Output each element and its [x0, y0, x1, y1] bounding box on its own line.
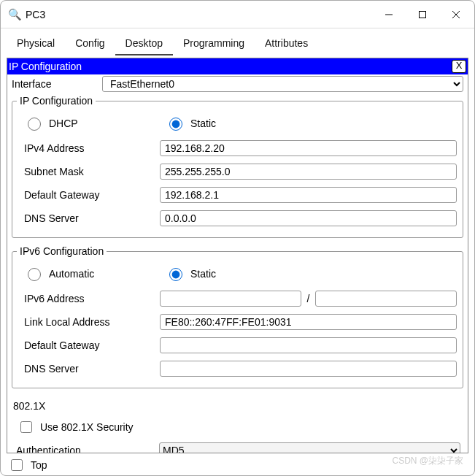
dns-server-label: DNS Server	[18, 212, 160, 224]
content-panel: IP Configuration X Interface FastEtherne…	[7, 58, 468, 453]
radio-automatic-input[interactable]	[28, 268, 41, 281]
ipv6-address-label: IPv6 Address	[18, 293, 160, 304]
tab-config[interactable]: Config	[65, 33, 115, 55]
ipv6-prefix-separator: /	[301, 293, 316, 304]
ipv6-gateway-label: Default Gateway	[18, 339, 160, 351]
authentication-label: Authentication	[15, 445, 159, 453]
ipv6-address-input[interactable]	[160, 291, 301, 307]
link-local-label: Link Local Address	[18, 316, 160, 328]
radio-ipv6-static-input[interactable]	[169, 268, 182, 281]
radio-ipv6-static-label: Static	[190, 268, 216, 280]
default-gateway-input[interactable]	[160, 187, 457, 203]
radio-dhcp-label: DHCP	[49, 118, 78, 129]
tab-bar: Physical Config Desktop Programming Attr…	[1, 33, 474, 56]
interface-select[interactable]: FastEthernet0	[102, 76, 463, 92]
authentication-select[interactable]: MD5	[159, 442, 460, 453]
interface-label: Interface	[12, 78, 102, 90]
ipv4-address-label: IPv4 Address	[18, 142, 160, 154]
panel-title: IP Configuration	[9, 61, 82, 72]
ipv6-configuration-legend: IPv6 Configuration	[17, 245, 107, 257]
interface-row: Interface FastEthernet0	[7, 74, 468, 93]
radio-ipv6-static[interactable]: Static	[160, 266, 216, 281]
close-button[interactable]	[439, 1, 473, 28]
top-label: Top	[31, 459, 47, 471]
link-local-input[interactable]	[160, 314, 457, 330]
radio-dhcp-input[interactable]	[28, 118, 41, 131]
dot1x-section-label: 802.1X	[7, 396, 468, 415]
radio-dhcp[interactable]: DHCP	[18, 115, 78, 131]
radio-static-input[interactable]	[169, 118, 182, 131]
ipv6-dns-input[interactable]	[160, 361, 457, 377]
radio-automatic-label: Automatic	[49, 268, 94, 280]
use-8021x-checkbox[interactable]	[20, 421, 32, 433]
app-icon: 🔍	[8, 8, 21, 21]
svg-rect-1	[420, 11, 426, 18]
tab-physical[interactable]: Physical	[7, 33, 65, 55]
ip-configuration-fieldset: IP Configuration DHCP Static IPv4 Addres…	[12, 95, 463, 238]
default-gateway-label: Default Gateway	[18, 189, 160, 201]
radio-static-label: Static	[190, 118, 216, 129]
tab-programming[interactable]: Programming	[173, 33, 255, 55]
subnet-mask-label: Subnet Mask	[18, 166, 160, 177]
tab-attributes[interactable]: Attributes	[255, 33, 318, 55]
titlebar: 🔍 PC3	[1, 1, 474, 28]
window-title: PC3	[26, 9, 45, 20]
use-8021x-label: Use 802.1X Security	[40, 421, 134, 433]
ipv4-address-input[interactable]	[160, 140, 457, 156]
tab-desktop[interactable]: Desktop	[115, 33, 173, 55]
maximize-button[interactable]	[406, 1, 439, 28]
ipv6-gateway-input[interactable]	[160, 337, 457, 353]
panel-header: IP Configuration X	[7, 58, 468, 74]
panel-close-button[interactable]: X	[452, 60, 466, 73]
top-checkbox[interactable]	[11, 459, 23, 471]
radio-automatic[interactable]: Automatic	[18, 266, 94, 281]
ipv6-configuration-fieldset: IPv6 Configuration Automatic Static IPv6…	[12, 245, 463, 388]
ip-configuration-legend: IP Configuration	[17, 95, 96, 107]
minimize-button[interactable]	[372, 1, 406, 28]
ipv6-dns-label: DNS Server	[18, 363, 160, 375]
footer: Top	[1, 453, 474, 475]
subnet-mask-input[interactable]	[160, 164, 457, 180]
ipv6-prefix-input[interactable]	[315, 291, 457, 307]
radio-static[interactable]: Static	[160, 115, 216, 131]
dns-server-input[interactable]	[160, 210, 457, 226]
